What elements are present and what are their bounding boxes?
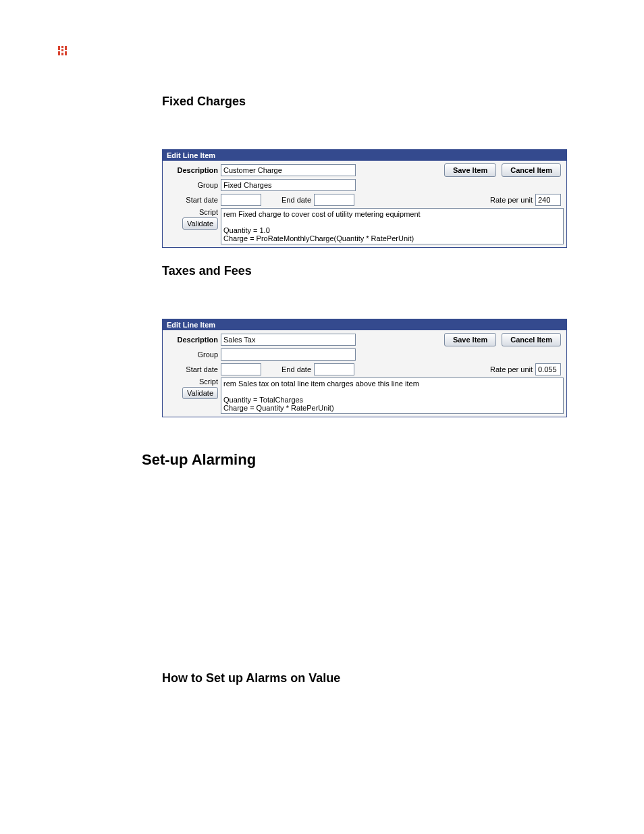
- panel-title: Edit Line Item: [163, 150, 566, 161]
- heading-setup-alarming: Set-up Alarming: [142, 451, 594, 469]
- rate-per-unit-input[interactable]: [535, 363, 561, 375]
- script-textarea[interactable]: [221, 208, 564, 244]
- script-textarea[interactable]: [221, 377, 564, 414]
- start-date-input[interactable]: [221, 194, 261, 206]
- group-input[interactable]: [221, 179, 356, 191]
- svg-rect-0: [58, 46, 60, 50]
- cancel-item-button[interactable]: Cancel Item: [502, 163, 561, 177]
- label-start-date: Start date: [165, 196, 221, 204]
- heading-fixed-charges: Fixed Charges: [162, 95, 594, 109]
- rate-per-unit-input[interactable]: [535, 194, 561, 206]
- group-input[interactable]: [221, 348, 356, 361]
- edit-line-item-panel: Edit Line Item Save Item Cancel Item Des…: [162, 149, 567, 248]
- svg-rect-1: [58, 51, 60, 55]
- end-date-input[interactable]: [314, 194, 354, 206]
- svg-rect-4: [61, 53, 63, 55]
- start-date-input[interactable]: [221, 363, 261, 375]
- label-description: Description: [165, 166, 221, 174]
- svg-rect-2: [61, 46, 63, 48]
- label-script: Script: [165, 377, 218, 386]
- cancel-item-button[interactable]: Cancel Item: [502, 333, 561, 346]
- end-date-input[interactable]: [314, 363, 354, 375]
- svg-rect-3: [61, 49, 63, 51]
- validate-button[interactable]: Validate: [182, 387, 218, 399]
- label-group: Group: [165, 181, 221, 189]
- save-item-button[interactable]: Save Item: [444, 333, 496, 346]
- label-end-date: End date: [261, 365, 314, 373]
- heading-how-to-alarms-value: How to Set up Alarms on Value: [162, 671, 594, 685]
- svg-rect-5: [65, 46, 67, 50]
- edit-line-item-panel: Edit Line Item Save Item Cancel Item Des…: [162, 319, 567, 417]
- label-start-date: Start date: [165, 365, 221, 373]
- panel-title: Edit Line Item: [163, 319, 566, 330]
- description-input[interactable]: [221, 334, 356, 346]
- label-rate-per-unit: Rate per unit: [490, 365, 535, 373]
- label-group: Group: [165, 350, 221, 359]
- svg-rect-6: [65, 51, 67, 55]
- label-end-date: End date: [261, 196, 314, 204]
- label-description: Description: [165, 336, 221, 344]
- description-input[interactable]: [221, 164, 356, 176]
- validate-button[interactable]: Validate: [182, 217, 218, 230]
- label-rate-per-unit: Rate per unit: [490, 196, 535, 204]
- heading-taxes-and-fees: Taxes and Fees: [162, 264, 594, 278]
- save-item-button[interactable]: Save Item: [444, 163, 496, 177]
- brand-logo-icon: [58, 46, 68, 55]
- label-script: Script: [165, 208, 218, 216]
